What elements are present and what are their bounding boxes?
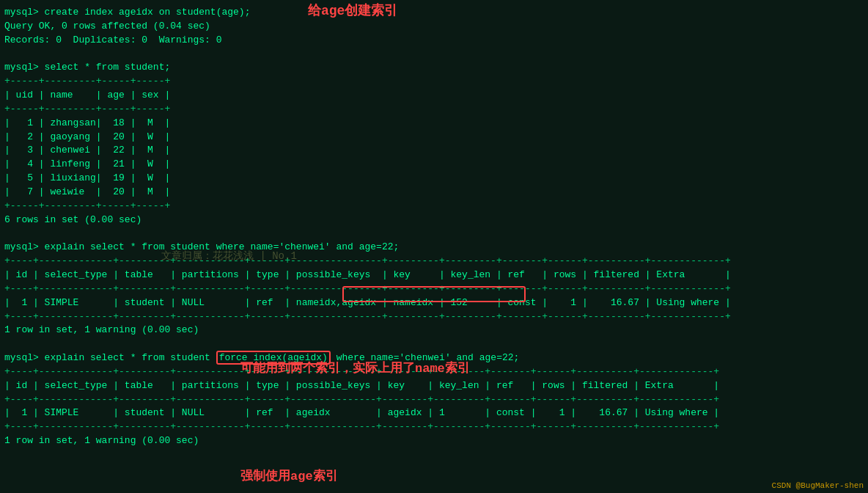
- terminal-line: +-----+---------+-----+-----+: [4, 103, 864, 117]
- terminal-line: +----+-------------+---------+----------…: [4, 282, 864, 296]
- terminal-line: 1 row in set, 1 warning (0.00 sec): [4, 434, 864, 448]
- terminal-line: +----+-------------+---------+----------…: [4, 310, 864, 324]
- terminal-line: Query OK, 0 rows affected (0.04 sec): [4, 20, 864, 34]
- terminal-line: +-----+---------+-----+-----+: [4, 200, 864, 213]
- terminal-line: | 7 | weiwie | 20 | M |: [4, 186, 864, 200]
- terminal-line: +-----+---------+-----+-----+: [4, 75, 864, 89]
- terminal-line: | 2 | gaoyang | 20 | W |: [4, 131, 864, 145]
- terminal-line: +----+-------------+---------+----------…: [4, 255, 864, 269]
- terminal-line: [4, 227, 864, 241]
- annotation-force-age: 强制使用age索引: [240, 467, 338, 484]
- terminal-line: +----+-------------+---------+----------…: [4, 420, 864, 434]
- terminal-line: [4, 337, 864, 351]
- terminal-line: mysql> create index ageidx on student(ag…: [4, 6, 864, 20]
- terminal: mysql> create index ageidx on student(ag…: [0, 0, 868, 493]
- terminal-line: mysql> explain select * from student whe…: [4, 241, 864, 255]
- terminal-line: | id | select_type | table | partitions …: [4, 379, 864, 393]
- terminal-line: | uid | name | age | sex |: [4, 89, 864, 103]
- annotation-age-index: 给age创建索引: [308, 1, 397, 19]
- annotation-two-indexes: 可能用到两个索引，实际上用了name索引: [240, 359, 470, 376]
- terminal-line: [4, 48, 864, 62]
- terminal-line: 1 row in set, 1 warning (0.00 sec): [4, 324, 864, 337]
- terminal-line: Records: 0 Duplicates: 0 Warnings: 0: [4, 34, 864, 48]
- terminal-line: | 1 | SIMPLE | student | NULL | ref | ag…: [4, 406, 864, 420]
- terminal-line: | 4 | linfeng | 21 | W |: [4, 158, 864, 172]
- terminal-line: | 3 | chenwei | 22 | M |: [4, 144, 864, 158]
- terminal-line: +----+-------------+---------+----------…: [4, 393, 864, 407]
- terminal-line: | 5 | liuxiang| 19 | W |: [4, 172, 864, 186]
- terminal-line: 6 rows in set (0.00 sec): [4, 213, 864, 227]
- terminal-line: | 1 | zhangsan| 18 | M |: [4, 117, 864, 131]
- terminal-line: | id | select_type | table | partitions …: [4, 269, 864, 282]
- terminal-line: | 1 | SIMPLE | student | NULL | ref | na…: [4, 296, 864, 310]
- terminal-line: mysql> select * from student;: [4, 61, 864, 75]
- watermark: CSDN @BugMaker-shen: [772, 481, 864, 490]
